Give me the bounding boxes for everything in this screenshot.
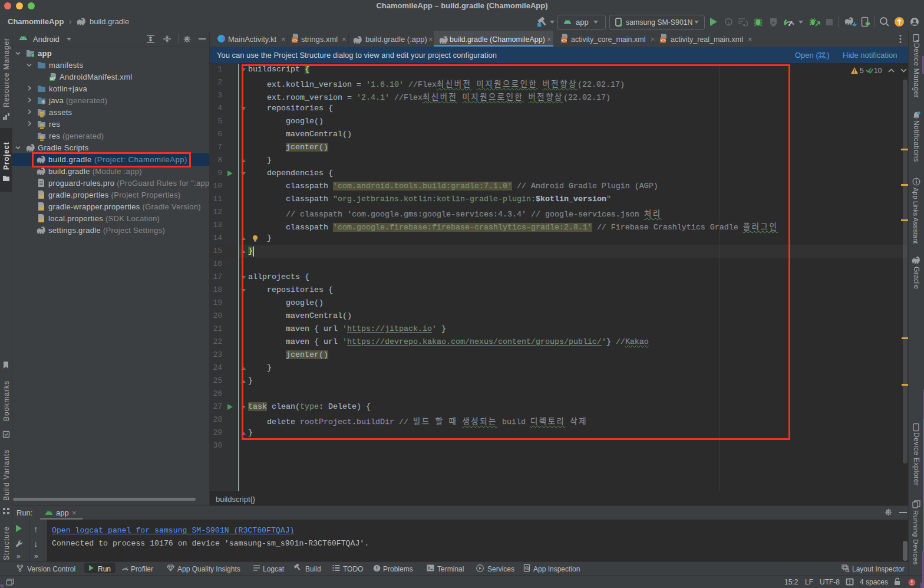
svg-text:<>: <>: [562, 38, 566, 43]
svg-text:<>: <>: [292, 38, 297, 43]
svg-text:A: A: [727, 21, 731, 27]
svg-text:MF: MF: [50, 77, 55, 81]
svg-text:<>: <>: [661, 38, 665, 43]
